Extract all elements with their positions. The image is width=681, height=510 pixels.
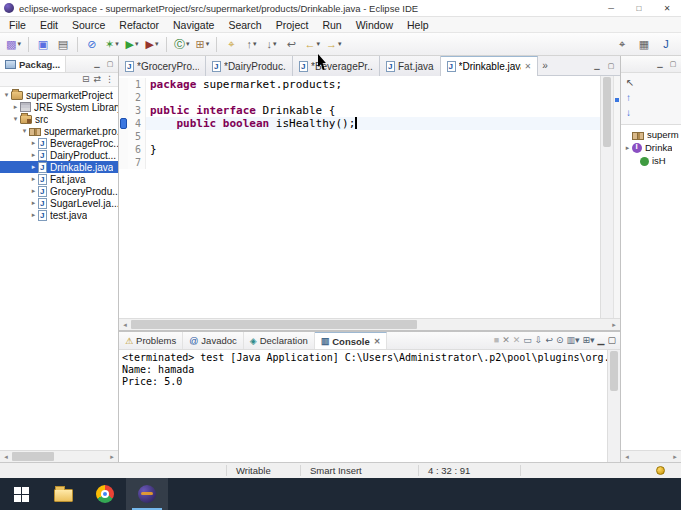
- scroll-lock-icon[interactable]: ⇩: [535, 336, 543, 345]
- skip-breakpoints-button[interactable]: ⊘: [83, 35, 101, 54]
- collapse-all-icon[interactable]: ⊟: [82, 75, 90, 84]
- view-menu-icon[interactable]: ⋮: [105, 75, 114, 84]
- maximize-window-button[interactable]: □: [625, 0, 653, 16]
- scroll-thumb[interactable]: [131, 320, 417, 329]
- scroll-thumb[interactable]: [603, 77, 611, 147]
- scroll-right-icon[interactable]: ▸: [608, 319, 620, 330]
- console-vertical-scrollbar[interactable]: [607, 350, 620, 462]
- scroll-right-icon[interactable]: ▸: [669, 451, 681, 462]
- next-annotation-button[interactable]: ↓▾: [262, 35, 280, 54]
- clear-console-icon[interactable]: ▭: [523, 336, 532, 345]
- menu-item-search[interactable]: Search: [221, 17, 268, 32]
- expander-icon[interactable]: ▸: [11, 103, 20, 111]
- maximize-view-icon[interactable]: ▢: [668, 60, 678, 68]
- close-window-button[interactable]: ✕: [653, 0, 681, 16]
- close-tab-icon[interactable]: ✕: [374, 337, 381, 346]
- tree-item-fat-java[interactable]: ▸Fat.java: [0, 173, 118, 185]
- dropdown-arrow-icon[interactable]: ▾: [115, 40, 119, 48]
- taskbar-chrome-button[interactable]: [84, 478, 126, 510]
- run-button[interactable]: ▶▾: [123, 35, 141, 54]
- scroll-thumb[interactable]: [610, 351, 618, 391]
- minimize-editor-icon[interactable]: ▁: [592, 62, 602, 70]
- tree-item-groceryprodu[interactable]: ▸GroceryProdu...: [0, 185, 118, 197]
- scroll-track[interactable]: [633, 451, 669, 462]
- scroll-left-icon[interactable]: ◂: [0, 451, 12, 462]
- dropdown-arrow-icon[interactable]: ▾: [338, 40, 342, 48]
- back-button[interactable]: ←▾: [302, 35, 322, 54]
- menu-item-window[interactable]: Window: [349, 17, 400, 32]
- menu-item-file[interactable]: File: [2, 17, 33, 32]
- terminate-icon[interactable]: ■: [494, 336, 499, 345]
- overview-ruler[interactable]: [613, 76, 620, 318]
- expander-icon[interactable]: ▾: [11, 115, 20, 123]
- editor-vertical-scrollbar[interactable]: [600, 76, 613, 318]
- expander-icon[interactable]: ▾: [2, 91, 11, 99]
- new-java-package-button[interactable]: ⊞▾: [193, 35, 211, 54]
- dropdown-arrow-icon[interactable]: ▾: [206, 40, 210, 48]
- menu-item-help[interactable]: Help: [400, 17, 436, 32]
- menu-item-refactor[interactable]: Refactor: [112, 17, 166, 32]
- editor-tab-dairyproduc[interactable]: *DairyProduc...: [206, 56, 293, 76]
- open-perspective-button[interactable]: ▦: [635, 35, 653, 54]
- code-content[interactable]: 1package supermarket.products;23public i…: [119, 76, 600, 318]
- tree-horizontal-scrollbar[interactable]: ◂ ▸: [0, 450, 118, 462]
- outline-item-ish[interactable]: isH: [621, 154, 681, 167]
- scroll-track[interactable]: [12, 451, 106, 462]
- navigate-down-icon[interactable]: ↓: [626, 108, 681, 118]
- menu-item-run[interactable]: Run: [315, 17, 348, 32]
- debug-button[interactable]: ✶▾: [103, 35, 121, 54]
- open-console-icon[interactable]: ⊞▾: [583, 336, 595, 345]
- tree-item-supermarketproject[interactable]: ▾supermarketProject: [0, 89, 118, 101]
- editor-tab-fat-java[interactable]: Fat.java: [380, 56, 441, 76]
- tree-item-drinkable-java[interactable]: ▸Drinkable.java: [0, 161, 118, 173]
- package-explorer-tab[interactable]: Packag...: [0, 56, 66, 72]
- expander-icon[interactable]: ▾: [20, 127, 29, 135]
- expander-icon[interactable]: ▸: [623, 144, 632, 152]
- maximize-panel-icon[interactable]: ▢: [607, 336, 616, 345]
- coverage-button[interactable]: ▶▾: [143, 35, 161, 54]
- taskbar-eclipse-button[interactable]: [126, 478, 168, 510]
- navigate-up-icon[interactable]: ↑: [626, 93, 681, 103]
- dropdown-arrow-icon[interactable]: ▾: [17, 40, 21, 48]
- editor-tab-drinkable-java[interactable]: *Drinkable.java✕: [441, 56, 539, 76]
- word-wrap-icon[interactable]: ↩: [545, 336, 553, 345]
- editor-tab-grocerypro[interactable]: *GroceryPro...: [119, 56, 206, 76]
- new-wizard-button[interactable]: ▩▾: [4, 35, 23, 54]
- console-view[interactable]: <terminated> test [Java Application] C:\…: [119, 350, 620, 462]
- pin-console-icon[interactable]: ⊙: [556, 336, 564, 345]
- outline-horizontal-scrollbar[interactable]: ◂ ▸: [621, 450, 681, 462]
- scroll-right-icon[interactable]: ▸: [106, 451, 118, 462]
- expander-icon[interactable]: ▸: [29, 139, 38, 147]
- minimize-window-button[interactable]: ─: [597, 0, 625, 16]
- display-selected-console-icon[interactable]: ▥▾: [566, 336, 579, 345]
- remove-all-launches-icon[interactable]: ✕: [513, 336, 521, 345]
- maximize-view-icon[interactable]: ▢: [105, 60, 115, 68]
- forward-button[interactable]: →▾: [324, 35, 344, 54]
- tree-item-beverageproc[interactable]: ▸BeverageProc...: [0, 137, 118, 149]
- taskbar-file-explorer-button[interactable]: [42, 478, 84, 510]
- scroll-left-icon[interactable]: ◂: [119, 319, 131, 330]
- outline-item-drinka[interactable]: ▸Drinka: [621, 141, 681, 154]
- dropdown-arrow-icon[interactable]: ▾: [135, 40, 139, 48]
- dropdown-arrow-icon[interactable]: ▾: [186, 40, 190, 48]
- scroll-track[interactable]: [131, 319, 608, 330]
- menu-item-navigate[interactable]: Navigate: [166, 17, 221, 32]
- panel-tab-console[interactable]: ▥Console✕: [315, 332, 388, 349]
- console-output[interactable]: <terminated> test [Java Application] C:\…: [119, 350, 607, 462]
- close-tab-icon[interactable]: ✕: [525, 62, 532, 71]
- minimize-view-icon[interactable]: ▁: [92, 60, 102, 68]
- remove-launch-icon[interactable]: ✕: [502, 336, 510, 345]
- save-button[interactable]: ▣: [34, 35, 52, 54]
- expander-icon[interactable]: ▸: [29, 175, 38, 183]
- code-editor[interactable]: 1package supermarket.products;23public i…: [119, 76, 620, 318]
- scroll-left-icon[interactable]: ◂: [621, 451, 633, 462]
- quick-search-button[interactable]: ⌖: [613, 35, 631, 54]
- scroll-thumb[interactable]: [12, 452, 54, 461]
- expander-icon[interactable]: ▸: [29, 163, 38, 171]
- tree-item-supermarket-pro[interactable]: ▾supermarket.pro...: [0, 125, 118, 137]
- last-edit-location-button[interactable]: ↩: [282, 35, 300, 54]
- editor-tab-beveragepr[interactable]: *BeveragePr...: [293, 56, 380, 76]
- dropdown-arrow-icon[interactable]: ▾: [155, 40, 159, 48]
- menu-item-project[interactable]: Project: [269, 17, 316, 32]
- expander-icon[interactable]: ▸: [29, 199, 38, 207]
